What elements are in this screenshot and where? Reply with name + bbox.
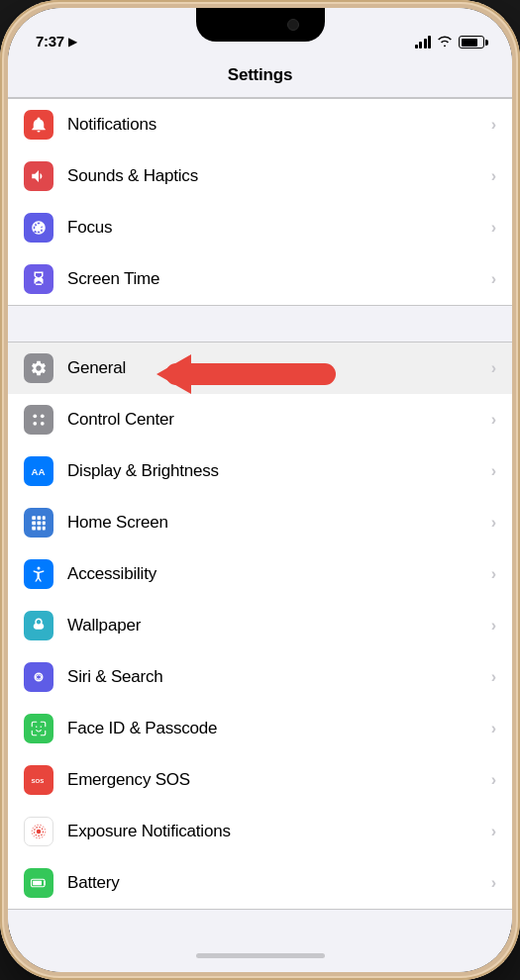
svg-point-1 <box>41 414 45 418</box>
svg-rect-13 <box>43 527 46 531</box>
location-icon: ▶ <box>68 35 77 49</box>
wallpaper-label: Wallpaper <box>67 616 485 636</box>
svg-rect-7 <box>43 516 46 520</box>
settings-row-faceid[interactable]: Face ID & Passcode › <box>8 703 512 754</box>
controlcenter-chevron: › <box>491 411 496 429</box>
battery-status-icon <box>459 36 484 49</box>
settings-group-2: General › Control C <box>8 342 512 910</box>
svg-point-17 <box>37 830 42 834</box>
wifi-icon <box>437 35 453 49</box>
settings-row-homescreen[interactable]: Home Screen › <box>8 497 512 548</box>
settings-row-siri[interactable]: Siri & Search › <box>8 651 512 703</box>
bottom-padding <box>8 910 512 930</box>
sos-chevron: › <box>491 771 496 789</box>
svg-rect-5 <box>32 516 36 520</box>
screentime-label: Screen Time <box>67 269 485 289</box>
general-chevron: › <box>491 359 496 377</box>
focus-label: Focus <box>67 218 485 238</box>
screentime-icon <box>24 264 53 294</box>
accessibility-icon <box>24 559 53 589</box>
general-label: General <box>67 358 485 378</box>
phone-frame: 7:37 ▶ <box>0 0 520 980</box>
faceid-label: Face ID & Passcode <box>67 719 485 738</box>
svg-rect-11 <box>32 527 36 531</box>
screentime-chevron: › <box>491 270 496 288</box>
siri-chevron: › <box>491 668 496 686</box>
sounds-chevron: › <box>491 167 496 185</box>
accessibility-chevron: › <box>491 565 496 583</box>
settings-row-exposure[interactable]: Exposure Notifications › <box>8 806 512 857</box>
home-indicator[interactable] <box>8 938 512 972</box>
sounds-label: Sounds & Haptics <box>67 166 485 186</box>
settings-row-general[interactable]: General › <box>8 343 512 394</box>
homescreen-icon <box>24 508 53 538</box>
battery-chevron: › <box>491 874 496 892</box>
settings-row-screentime[interactable]: Screen Time › <box>8 253 512 305</box>
accessibility-label: Accessibility <box>67 564 485 584</box>
notifications-chevron: › <box>491 116 496 134</box>
battery-label: Battery <box>67 873 485 893</box>
homescreen-chevron: › <box>491 514 496 532</box>
phone-inner: 7:37 ▶ <box>8 8 512 972</box>
svg-rect-12 <box>38 527 42 531</box>
page-title: Settings <box>228 65 292 84</box>
wallpaper-chevron: › <box>491 617 496 635</box>
notch <box>196 8 325 42</box>
svg-point-2 <box>33 422 37 426</box>
svg-rect-21 <box>33 881 42 886</box>
screen: 7:37 ▶ <box>8 8 512 972</box>
settings-row-accessibility[interactable]: Accessibility › <box>8 548 512 600</box>
display-icon: AA <box>24 456 53 486</box>
faceid-chevron: › <box>491 720 496 737</box>
settings-row-display[interactable]: AA Display & Brightness › <box>8 445 512 497</box>
focus-chevron: › <box>491 219 496 237</box>
notifications-icon <box>24 110 53 140</box>
wallpaper-icon <box>24 611 53 640</box>
sounds-icon <box>24 161 53 191</box>
svg-text:AA: AA <box>32 466 46 477</box>
svg-rect-10 <box>43 522 46 526</box>
exposure-chevron: › <box>491 823 496 840</box>
settings-row-battery[interactable]: Battery › <box>8 857 512 909</box>
settings-group-1: Notifications › Sounds & Haptics › <box>8 98 512 306</box>
signal-icon <box>415 36 432 49</box>
siri-label: Siri & Search <box>67 667 485 687</box>
faceid-icon <box>24 714 53 743</box>
focus-icon <box>24 213 53 243</box>
home-bar <box>196 953 325 958</box>
controlcenter-label: Control Center <box>67 410 485 430</box>
settings-row-notifications[interactable]: Notifications › <box>8 99 512 150</box>
front-camera <box>287 19 299 31</box>
settings-row-controlcenter[interactable]: Control Center › <box>8 394 512 445</box>
status-time: 7:37 <box>36 33 64 49</box>
sos-icon: SOS <box>24 765 53 795</box>
settings-row-sounds[interactable]: Sounds & Haptics › <box>8 150 512 202</box>
svg-point-3 <box>41 422 45 426</box>
notifications-label: Notifications <box>67 115 485 135</box>
siri-icon <box>24 662 53 692</box>
page-title-bar: Settings <box>8 57 512 98</box>
settings-list[interactable]: Notifications › Sounds & Haptics › <box>8 98 512 938</box>
svg-rect-8 <box>32 522 36 526</box>
battery-icon-settings <box>24 868 53 898</box>
settings-row-sos[interactable]: SOS Emergency SOS › <box>8 754 512 806</box>
svg-rect-9 <box>38 522 42 526</box>
settings-row-wallpaper[interactable]: Wallpaper › <box>8 600 512 651</box>
display-label: Display & Brightness <box>67 461 485 481</box>
exposure-label: Exposure Notifications <box>67 822 485 841</box>
exposure-icon <box>24 817 53 846</box>
sos-label: Emergency SOS <box>67 770 485 790</box>
svg-point-14 <box>38 567 41 570</box>
svg-point-0 <box>33 414 37 418</box>
svg-text:SOS: SOS <box>32 778 45 784</box>
controlcenter-icon <box>24 405 53 435</box>
svg-rect-6 <box>38 516 42 520</box>
settings-row-focus[interactable]: Focus › <box>8 202 512 253</box>
section-divider-1 <box>8 306 512 342</box>
general-icon <box>24 353 53 383</box>
homescreen-label: Home Screen <box>67 513 485 533</box>
status-icons <box>415 35 485 49</box>
display-chevron: › <box>491 462 496 480</box>
